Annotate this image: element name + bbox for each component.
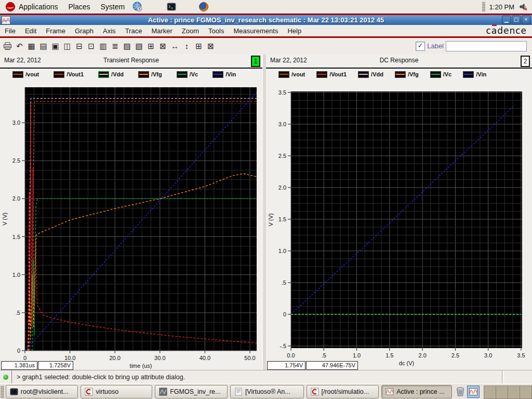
task-button-fgmos-schematic[interactable]: FGMOS_inv_re... <box>155 385 228 398</box>
close-button[interactable]: × <box>522 16 530 24</box>
task-button-virtuoso-analysis[interactable]: [Virtuoso® An... <box>230 385 304 398</box>
menu-file[interactable]: File <box>0 26 20 36</box>
hardcopy-icon[interactable]: ▤ <box>38 41 49 51</box>
menu-help[interactable]: Help <box>283 26 306 36</box>
dc-response-plot[interactable]: 0.0.51.01.52.02.53.03.5-.50.51.01.52.02.… <box>266 81 532 370</box>
legend-item-Vout1[interactable]: /Vout1 <box>316 71 347 78</box>
workspace-cell[interactable] <box>508 385 520 399</box>
svg-text:3.0: 3.0 <box>484 352 492 358</box>
graph1-legend: /vout /Vout1 /Vdd /Vfg /Vc /Vin <box>0 68 262 81</box>
svg-text:1.0: 1.0 <box>278 248 286 254</box>
schematic-icon <box>159 388 167 396</box>
menu-graph[interactable]: Graph <box>70 26 98 36</box>
terminal-launcher-icon[interactable] <box>166 2 177 12</box>
task-button-simulation-dir[interactable]: [/root/simulatio... <box>307 385 379 398</box>
svg-text:1.5: 1.5 <box>385 352 393 358</box>
task-button-active-waveform[interactable]: Active : prince ... <box>381 385 452 398</box>
network-globe-icon[interactable] <box>132 2 142 12</box>
marker-icon[interactable]: ≣ <box>110 41 121 51</box>
label-input[interactable] <box>446 41 527 51</box>
applications-menu-label: Applications <box>19 3 58 11</box>
svg-text:1.5: 1.5 <box>12 234 20 240</box>
table-icon[interactable]: ▨ <box>122 41 132 51</box>
legend-item-Vin[interactable]: /Vin <box>463 71 486 78</box>
minimize-button[interactable]: ▁ <box>502 16 511 24</box>
volume-muted-icon[interactable] <box>518 2 529 12</box>
slice-vert-icon[interactable]: ▧ <box>134 41 144 51</box>
split-window-icon[interactable]: ◫ <box>62 41 73 51</box>
titlebar[interactable]: Active : prince FGMOS_inv_research schem… <box>0 15 532 25</box>
transient-response-plot[interactable]: 010.020.030.040.050.00.51.01.52.02.53.0V… <box>0 81 262 370</box>
legend-item-vout[interactable]: /vout <box>12 71 39 78</box>
workspace-cell[interactable] <box>484 385 496 399</box>
graph1-number-badge[interactable]: 1 <box>251 56 260 67</box>
task-button-terminal[interactable]: root@vlsiclient... <box>6 385 78 398</box>
cadence-c-icon <box>311 388 319 396</box>
trash-icon[interactable] <box>456 387 465 397</box>
firefox-icon[interactable] <box>198 2 209 12</box>
graph2-number-badge[interactable]: 2 <box>521 56 530 67</box>
legend-item-Vc[interactable]: /Vc <box>430 71 452 78</box>
svg-text:0: 0 <box>17 348 20 354</box>
Vfg-swatch <box>395 71 406 78</box>
transient-graph-pane[interactable]: Mar 22, 2012 Transient Response 1 /vout … <box>0 54 262 370</box>
menu-axis[interactable]: Axis <box>98 26 121 36</box>
legend-item-Vdd[interactable]: /Vdd <box>98 71 124 78</box>
svg-text:2.0: 2.0 <box>278 184 286 191</box>
legend-item-Vdd[interactable]: /Vdd <box>358 71 383 78</box>
task-button-virtuoso[interactable]: virtuoso <box>81 385 152 398</box>
dc-graph-pane[interactable]: Mar 22, 2012 DC Response 2 /vout /Vout1 … <box>266 54 532 370</box>
undo-icon[interactable]: ↶ <box>14 41 25 51</box>
calculator-icon[interactable]: ⊠ <box>157 41 168 51</box>
maximize-button[interactable]: ▢ <box>512 16 521 24</box>
svg-text:.5: .5 <box>16 310 20 316</box>
legend-item-Vfg[interactable]: /Vfg <box>138 71 162 78</box>
cursor-x-readout: 1.381us <box>1 361 37 370</box>
menu-frame[interactable]: Frame <box>41 26 70 36</box>
zoom-fit-icon[interactable]: ↔ <box>169 41 180 51</box>
copy-graph-icon[interactable]: ▣ <box>50 41 61 51</box>
menubar: File Edit Frame Graph Axis Trace Marker … <box>0 25 532 36</box>
zoom-y-icon[interactable]: ⊞ <box>193 41 204 51</box>
vout-swatch <box>278 71 289 78</box>
taskbar-drag-handle[interactable] <box>1 385 4 398</box>
legend-item-Vc[interactable]: /Vc <box>177 71 198 78</box>
legend-item-Vin[interactable]: /Vin <box>212 71 236 78</box>
legend-item-Vfg[interactable]: /Vfg <box>395 71 419 78</box>
Vin-swatch <box>463 71 474 78</box>
grid-icon[interactable]: ▦ <box>26 41 37 51</box>
vout-swatch <box>12 71 23 78</box>
system-menu[interactable]: System <box>96 0 130 14</box>
menu-marker[interactable]: Marker <box>147 26 177 36</box>
Vfg-swatch <box>138 71 149 78</box>
menu-zoom[interactable]: Zoom <box>177 26 204 36</box>
zoom-x-icon[interactable]: ↕ <box>181 41 192 51</box>
menu-tools[interactable]: Tools <box>204 26 229 36</box>
zoom-box-icon[interactable]: ⊠ <box>205 41 216 51</box>
legend-item-Vout1[interactable]: /Vout1 <box>54 71 84 78</box>
label-checkbox[interactable]: ✓ <box>416 42 425 51</box>
workspace-cell[interactable] <box>520 385 532 399</box>
strip-chart-icon[interactable]: ⊡ <box>86 41 97 51</box>
Vout1-swatch <box>316 71 327 78</box>
svg-text:1.0: 1.0 <box>353 352 361 358</box>
places-menu[interactable]: Places <box>63 0 96 14</box>
waveform-tray-icon[interactable] <box>467 385 480 398</box>
clock[interactable]: 1:20 PM <box>489 3 514 11</box>
overlay-icon[interactable]: ⊟ <box>74 41 85 51</box>
workspace-cell[interactable] <box>496 385 508 399</box>
subwindow-icon[interactable]: ▥ <box>98 41 109 51</box>
status-message: > graph1 selected: double-click to bring… <box>12 374 502 381</box>
workspace-switcher <box>484 385 532 398</box>
print-icon[interactable] <box>2 41 13 51</box>
legend-item-vout[interactable]: /vout <box>278 71 305 78</box>
slice-horiz-icon[interactable]: ⊞ <box>145 41 156 51</box>
svg-text:40.0: 40.0 <box>200 355 210 361</box>
panel-drag-handle[interactable] <box>482 2 485 12</box>
menu-measurements[interactable]: Measurements <box>229 26 283 36</box>
applications-menu[interactable]: Applications <box>0 0 63 14</box>
svg-text:V (V): V (V) <box>2 212 8 225</box>
menu-edit[interactable]: Edit <box>20 26 41 36</box>
menu-trace[interactable]: Trace <box>121 26 147 36</box>
svg-text:3.0: 3.0 <box>12 119 20 126</box>
